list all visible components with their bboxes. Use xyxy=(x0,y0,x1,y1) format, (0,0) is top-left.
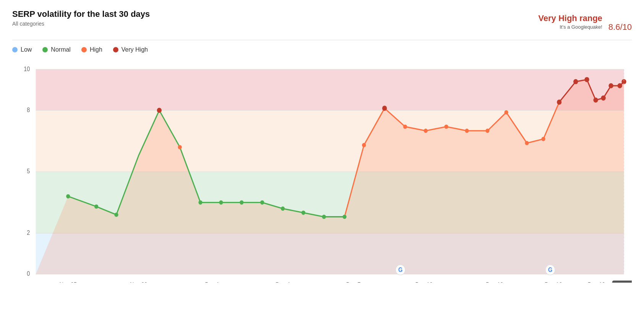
dot-very-high-7 xyxy=(608,83,613,88)
dot-very-high-5 xyxy=(593,98,598,103)
legend-label: Normal xyxy=(51,46,71,53)
volatility-score: 8.6/10 xyxy=(608,9,632,34)
dot-normal-7 xyxy=(281,207,285,211)
dot-very-high-4 xyxy=(584,77,589,82)
dot-high-0 xyxy=(178,145,182,149)
dot-high-3 xyxy=(424,129,427,133)
dot-very-high-2 xyxy=(557,99,561,104)
dot-high-5 xyxy=(465,129,469,133)
dot-high-2 xyxy=(403,125,407,129)
y-label-8: 8 xyxy=(27,106,30,113)
dot-normal-1 xyxy=(94,204,98,208)
y-label-5: 5 xyxy=(27,168,30,175)
x-label-dec13: Dec 13 xyxy=(486,282,503,283)
dot-normal-4 xyxy=(219,200,223,205)
dot-very-high-1 xyxy=(382,106,387,111)
legend-label: Very High xyxy=(121,46,148,53)
dot-normal-2 xyxy=(114,213,118,217)
x-label-nov25: Nov 25 xyxy=(60,282,77,283)
dot-very-high-0 xyxy=(157,108,162,113)
y-label-10: 10 xyxy=(24,65,30,72)
dot-normal-8 xyxy=(301,211,305,215)
page-header: SERP volatility for the last 30 days All… xyxy=(12,9,632,40)
y-label-0: 0 xyxy=(27,270,30,277)
dot-normal-6 xyxy=(260,200,264,205)
legend-dot xyxy=(42,47,48,52)
dot-very-high-8 xyxy=(618,83,622,88)
score-value: 8.6 xyxy=(608,22,620,32)
dot-normal-3 xyxy=(199,200,202,205)
legend-item-very-high: Very High xyxy=(113,46,148,53)
chart-container: 10 8 5 2 0 xyxy=(12,61,632,283)
x-label-dec10: Dec 10 xyxy=(415,282,433,283)
legend-dot xyxy=(113,47,118,52)
dot-normal-0 xyxy=(66,194,70,199)
score-out-of: /10 xyxy=(620,22,632,32)
dot-very-high-6 xyxy=(601,96,605,101)
chart-legend: LowNormalHighVery High xyxy=(12,46,632,53)
google-icon-1: G xyxy=(396,265,405,275)
x-label-dec16: Dec 16 xyxy=(545,282,562,283)
dot-high-8 xyxy=(525,141,529,145)
dot-very-high-3 xyxy=(573,79,578,84)
svg-text:G: G xyxy=(548,267,552,273)
dot-high-7 xyxy=(504,110,508,114)
dot-normal-5 xyxy=(239,200,243,205)
legend-item-high: High xyxy=(81,46,102,53)
dot-high-6 xyxy=(485,129,489,133)
y-label-2: 2 xyxy=(27,229,30,236)
page-title: SERP volatility for the last 30 days xyxy=(12,9,150,19)
volatility-description: It's a Googlequake! xyxy=(538,24,602,30)
dot-normal-9 xyxy=(322,215,326,219)
legend-label: High xyxy=(90,46,102,53)
legend-label: Low xyxy=(21,46,32,53)
google-icon-2: G xyxy=(545,265,555,275)
legend-item-normal: Normal xyxy=(42,46,71,53)
header-left: SERP volatility for the last 30 days All… xyxy=(12,9,150,27)
dot-high-9 xyxy=(541,137,545,141)
legend-dot xyxy=(81,47,87,52)
dot-high-1 xyxy=(362,143,366,147)
x-label-dec22: Dec 22 xyxy=(615,282,632,283)
x-label-dec4: Dec 4 xyxy=(276,282,290,283)
x-label-dec19: Dec 19 xyxy=(588,282,605,283)
very-high-zone xyxy=(36,69,624,110)
dot-normal-10 xyxy=(343,215,346,219)
legend-dot xyxy=(12,47,18,52)
legend-item-low: Low xyxy=(12,46,32,53)
page-subtitle: All categories xyxy=(12,21,150,27)
x-label-dec1: Dec 1 xyxy=(205,282,220,283)
x-label-dec7: Dec 7 xyxy=(346,282,361,283)
chart-svg: 10 8 5 2 0 xyxy=(12,61,632,283)
svg-text:G: G xyxy=(398,267,403,273)
volatility-range: Very High range xyxy=(538,13,602,23)
volatility-label: Very High range It's a Googlequake! xyxy=(538,13,602,30)
header-right: Very High range It's a Googlequake! 8.6/… xyxy=(538,9,632,34)
dot-high-4 xyxy=(444,125,448,129)
x-label-nov28: Nov 28 xyxy=(130,282,147,283)
